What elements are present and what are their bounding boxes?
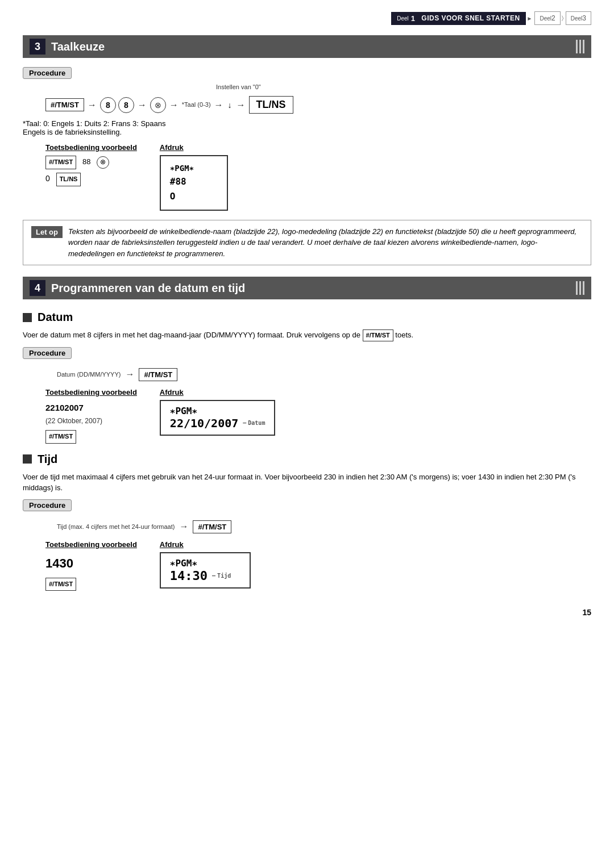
example1-keys-col: Toetsbediening voorbeeld #/TM/ST 88 ⊗ 0 …	[45, 143, 137, 186]
tijd-flow: Tijd (max. 4 cijfers met het 24-uur form…	[57, 520, 591, 533]
tijd-print-header: Afdruk	[160, 540, 251, 549]
top-nav: Deel 1 GIDS VOOR SNEL STARTEN ► Deel2 〉 …	[23, 11, 591, 25]
letop-label: Let op	[31, 226, 63, 238]
datum-pgm-line: ∗PGM∗	[170, 406, 265, 416]
tijd-bullet	[23, 454, 32, 464]
nav-deel3-prefix: Deel	[571, 15, 583, 22]
tijd-print-output: ∗PGM∗ 14:30 — Tijd	[160, 552, 251, 589]
datum-date-dash: —	[243, 420, 246, 426]
datum-key-line1: 22102007	[45, 400, 137, 415]
datum-key-line2: (22 Oktober, 2007)	[45, 415, 137, 428]
letop-box: Let op Teksten als bijvoorbeeld de winke…	[23, 220, 591, 266]
nav-deel1-num: 1	[411, 14, 415, 23]
flow-arrow4: →	[214, 100, 223, 110]
lang-note: *Taal: 0: Engels 1: Duits 2: Frans 3: Sp…	[23, 119, 591, 136]
section4-title: Programmeren van de datum en tijd	[51, 282, 571, 295]
flow-key-tmst: #/TM/ST	[45, 98, 84, 111]
nav-deel1-text: GIDS VOOR SNEL STARTEN	[421, 14, 520, 22]
tijd-flow-arrow: →	[179, 521, 188, 532]
nav-arrow1: ►	[527, 15, 533, 22]
nav-deel3-num: 3	[582, 14, 586, 22]
flow-down-arrow: ↓	[228, 101, 232, 110]
datum-key-tmst: #/TM/ST	[45, 430, 76, 444]
example1-keys-header: Toetsbediening voorbeeld	[45, 143, 137, 152]
nav-deel2-prefix: Deel	[540, 15, 551, 22]
flow-x-group: ⊗	[150, 97, 166, 113]
nav-deel2-num: 2	[551, 14, 555, 22]
example1-o-line: O	[170, 189, 218, 204]
procedure3-box: Procedure	[23, 499, 72, 511]
key-x-circle: ⊗	[97, 156, 109, 169]
flow-taal-group: *Taal (0-3)	[182, 101, 211, 109]
tijd-dash: —	[212, 573, 215, 579]
flow-arrow1: →	[88, 100, 97, 110]
datum-key-ref: #/TM/ST	[363, 329, 393, 341]
section4-decoration	[576, 281, 584, 295]
example1-print-col: Afdruk ∗PGM∗ #88 O	[160, 143, 228, 211]
tijd-pgm-line: ∗PGM∗	[170, 558, 240, 569]
letop-text: Teksten als bijvoorbeeld de winkelbedien…	[68, 226, 583, 260]
datum-print-output: ∗PGM∗ 22/10/2007 — Datum	[160, 400, 276, 436]
datum-body: Voer de datum met 8 cijfers in met het d…	[23, 329, 591, 341]
tijd-keys-header: Toetsbediening voorbeeld	[45, 540, 137, 549]
datum-print-col: Afdruk ∗PGM∗ 22/10/2007 — Datum	[160, 388, 276, 436]
datum-example-table: Toetsbediening voorbeeld 22102007 (22 Ok…	[45, 388, 591, 444]
datum-flow-label: Datum (DD/MM/YYYY)	[57, 371, 121, 378]
datum-flow-key: #/TM/ST	[139, 368, 177, 381]
datum-header: Datum	[23, 311, 591, 324]
tijd-keys-col: Toetsbediening voorbeeld 1430 #/TM/ST	[45, 540, 137, 591]
example1-table: Toetsbediening voorbeeld #/TM/ST 88 ⊗ 0 …	[45, 143, 591, 211]
tijd-body: Voer de tijd met maximaal 4 cijfers met …	[23, 471, 591, 494]
nav-deel1-prefix: Deel	[397, 15, 409, 22]
procedure2-box: Procedure	[23, 347, 72, 359]
key-tmst: #/TM/ST	[45, 156, 76, 169]
example1-pgm-line: ∗PGM∗	[170, 162, 218, 174]
tijd-key-line1: 1430	[45, 552, 137, 575]
nav-deel3: Deel3	[566, 11, 591, 25]
procedure3-section: Procedure Tijd (max. 4 cijfers met het 2…	[23, 499, 591, 533]
section3-header: 3 Taalkeuze	[23, 35, 591, 58]
tijd-title: Tijd	[38, 453, 57, 466]
datum-body-text2: toets.	[395, 331, 413, 339]
page-number: 15	[23, 608, 591, 617]
datum-date-label-group: — Datum	[243, 420, 265, 426]
example1-print-output: ∗PGM∗ #88 O	[160, 155, 228, 211]
example1-hash88: #88	[170, 174, 218, 189]
taal-label: *Taal (0-3)	[182, 101, 211, 108]
tijd-label-group: — Tijd	[212, 573, 231, 579]
section4-number: 4	[30, 280, 45, 296]
lang-note-line1: *Taal: 0: Engels 1: Duits 2: Frans 3: Sp…	[23, 119, 591, 128]
tijd-header: Tijd	[23, 453, 591, 466]
tijd-print-col: Afdruk ∗PGM∗ 14:30 — Tijd	[160, 540, 251, 589]
tijd-time-line: 14:30 — Tijd	[170, 569, 240, 583]
flow-arrow2: →	[138, 100, 147, 110]
nav-deel1: Deel 1 GIDS VOOR SNEL STARTEN	[391, 12, 525, 25]
example1-key-line2: 0 TL/NS	[45, 172, 137, 186]
tijd-time-value: 14:30	[170, 569, 208, 583]
procedure1-section: Procedure Instellen van "0" #/TM/ST → 8 …	[23, 67, 591, 114]
datum-date-label: Datum	[248, 420, 265, 426]
flow-circle-x: ⊗	[150, 97, 166, 113]
datum-body-text: Voer de datum met 8 cijfers in met het d…	[23, 331, 360, 339]
tijd-flow-label: Tijd (max. 4 cijfers met het 24-uur form…	[57, 523, 175, 530]
nav-arrow2: 〉	[562, 15, 563, 22]
datum-date-value: 22/10/2007	[170, 416, 238, 430]
key-tlns: TL/NS	[56, 173, 81, 186]
instellen-label: Instellen van "0"	[216, 84, 261, 90]
section4-header: 4 Programmeren van de datum en tijd	[23, 277, 591, 299]
flow-circle-8b: 8	[118, 97, 134, 113]
datum-title: Datum	[38, 311, 73, 324]
datum-flow-arrow: →	[125, 369, 134, 379]
flow-arrow5: →	[237, 100, 246, 110]
example1-print-header: Afdruk	[160, 143, 228, 152]
section3-title: Taalkeuze	[51, 40, 571, 53]
tijd-flow-key: #/TM/ST	[193, 520, 231, 533]
section3-decoration	[576, 40, 584, 53]
tijd-key-tmst: #/TM/ST	[45, 578, 76, 591]
tijd-keys-content: 1430 #/TM/ST	[45, 552, 137, 591]
lang-note-line2: Engels is de fabrieksinstelling.	[23, 128, 591, 136]
flow-circle-8a: 8	[100, 97, 116, 113]
datum-keys-col: Toetsbediening voorbeeld 22102007 (22 Ok…	[45, 388, 137, 444]
tijd-label: Tijd	[217, 573, 231, 579]
section3-number: 3	[30, 39, 45, 55]
